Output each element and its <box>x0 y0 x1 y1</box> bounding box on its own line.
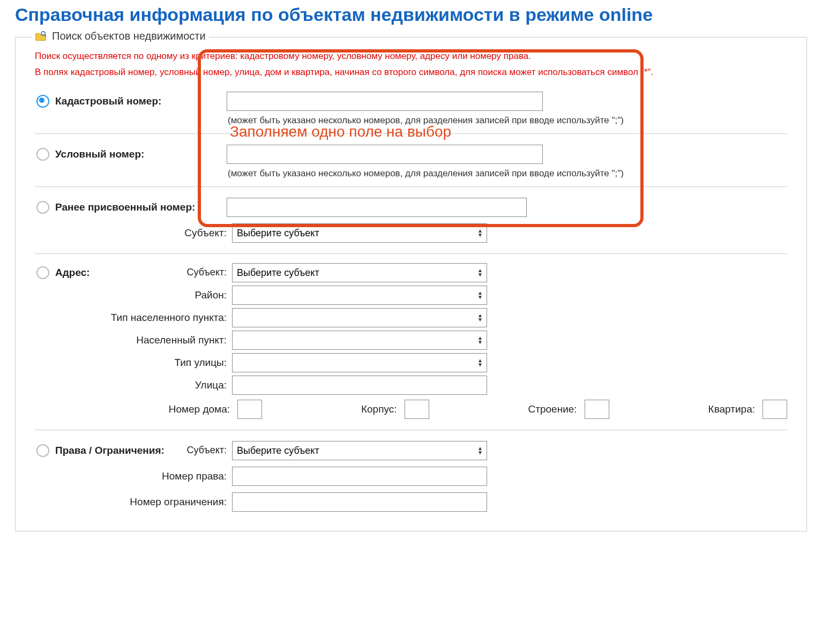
address-district-select[interactable] <box>232 286 487 305</box>
address-subject-label: Субъект: <box>119 267 232 278</box>
address-building-input[interactable] <box>585 400 609 419</box>
radio-rights[interactable] <box>35 444 51 457</box>
rights-subject-label: Субъект: <box>169 445 232 456</box>
radio-previous[interactable] <box>35 201 51 214</box>
search-hint-2: В полях кадастровый номер, условный номе… <box>35 66 787 79</box>
address-street-type-select[interactable] <box>232 353 487 372</box>
fieldset-legend: Поиск объектов недвижимости <box>32 30 209 42</box>
search-fieldset: Поиск объектов недвижимости Поиск осущес… <box>15 37 807 531</box>
address-label: Адрес: <box>51 267 119 279</box>
page-title: Справочная информация по объектам недвиж… <box>15 4 807 25</box>
rights-number-input[interactable] <box>232 467 487 486</box>
address-district-label: Район: <box>51 289 232 301</box>
divider <box>35 430 787 430</box>
address-korpus-label: Корпус: <box>361 403 397 415</box>
fieldset-legend-text: Поиск объектов недвижимости <box>52 30 206 42</box>
rights-subject-select[interactable]: Выберите субъект <box>232 441 487 460</box>
radio-conditional[interactable] <box>35 148 51 161</box>
radio-address[interactable] <box>35 266 51 279</box>
address-settlement-type-label: Тип населенного пункта: <box>51 312 232 324</box>
address-subject-select[interactable]: Выберите субъект <box>232 263 487 282</box>
address-settlement-label: Населенный пункт: <box>51 334 232 346</box>
previous-label: Ранее присвоенный номер: <box>51 201 227 213</box>
radio-cadastral[interactable] <box>35 95 51 108</box>
address-street-type-label: Тип улицы: <box>51 357 232 369</box>
address-settlement-type-select[interactable] <box>232 308 487 327</box>
search-folder-icon <box>35 31 47 42</box>
address-street-input[interactable] <box>232 376 487 395</box>
conditional-input[interactable] <box>227 145 543 164</box>
divider <box>35 253 787 254</box>
divider <box>35 186 787 187</box>
previous-subject-label: Субъект: <box>51 227 232 239</box>
rights-number-label: Номер права: <box>51 470 232 482</box>
previous-input[interactable] <box>227 198 527 217</box>
address-settlement-select[interactable] <box>232 331 487 350</box>
rights-label: Права / Ограничения: <box>51 445 169 456</box>
cadastral-label: Кадастровый номер: <box>51 95 227 107</box>
restriction-number-label: Номер ограничения: <box>51 496 232 508</box>
restriction-number-input[interactable] <box>232 492 487 512</box>
conditional-hint: (может быть указано несколько номеров, д… <box>228 168 787 179</box>
address-building-label: Строение: <box>528 403 577 415</box>
address-apartment-label: Квартира: <box>708 403 755 415</box>
search-hint-1: Поиск осуществляется по одному из критер… <box>35 50 787 63</box>
address-house-label: Номер дома: <box>58 403 230 415</box>
conditional-label: Условный номер: <box>51 148 227 160</box>
address-korpus-input[interactable] <box>405 400 429 419</box>
annotation-text: Заполняем одно поле на выбор <box>230 123 451 140</box>
address-house-input[interactable] <box>237 400 262 419</box>
address-street-label: Улица: <box>51 379 232 391</box>
address-apartment-input[interactable] <box>763 400 787 419</box>
previous-subject-select[interactable]: Выберите субъект <box>232 223 487 243</box>
cadastral-input[interactable] <box>227 92 543 111</box>
